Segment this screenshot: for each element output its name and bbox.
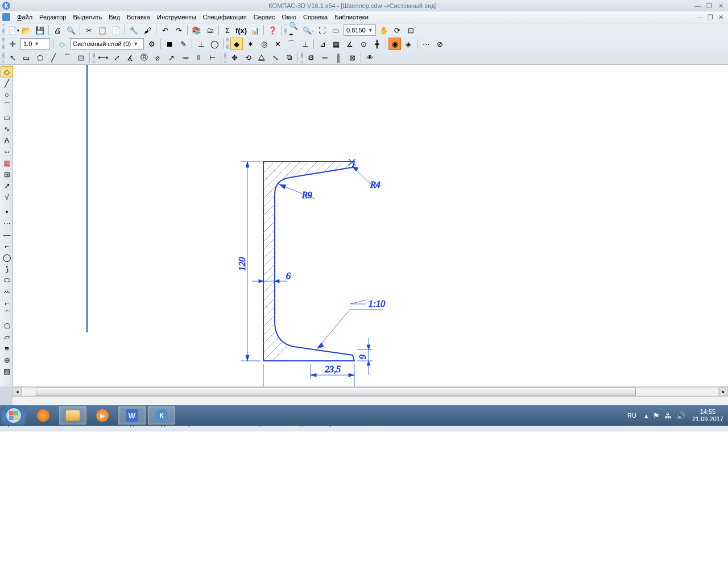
- menu-select[interactable]: Выделить: [69, 13, 105, 22]
- assembly-tool-button[interactable]: ⊕: [1, 354, 13, 365]
- maximize-button[interactable]: ❐: [704, 2, 714, 10]
- dim-tool-button[interactable]: ↔: [1, 146, 13, 157]
- cut-button[interactable]: ✂: [82, 24, 95, 36]
- point-tool-button[interactable]: •: [1, 206, 13, 217]
- table-tool-button[interactable]: ⊞: [1, 168, 13, 180]
- scale-combo[interactable]: 1.0▼: [20, 38, 50, 50]
- move-button[interactable]: ✥: [228, 51, 241, 64]
- scroll-left-button[interactable]: ◂: [13, 387, 22, 396]
- zoom-in-button[interactable]: 🔍+: [288, 24, 301, 36]
- dim-ordinate-button[interactable]: ⊢: [206, 51, 218, 64]
- geometry-tool-button[interactable]: ◇: [1, 66, 13, 77]
- mirror-button[interactable]: ⧋: [255, 51, 268, 64]
- toolbar-grip[interactable]: [284, 24, 287, 36]
- dim-leader-button[interactable]: ↗: [165, 51, 177, 64]
- start-button[interactable]: [1, 406, 26, 425]
- dim-align-button[interactable]: ⤢: [110, 51, 123, 64]
- ellipse-tool-button[interactable]: ⬭: [1, 274, 13, 286]
- dim-diameter-button[interactable]: ⌀: [151, 51, 164, 64]
- menu-service[interactable]: Сервис: [250, 13, 279, 22]
- spline-tool-button[interactable]: ∿: [1, 123, 13, 134]
- menu-edit[interactable]: Редактор: [36, 13, 69, 22]
- menu-help[interactable]: Справка: [300, 13, 331, 22]
- rect-tool-button[interactable]: ▭: [1, 112, 13, 123]
- mdi-restore-button[interactable]: ❐: [706, 13, 715, 21]
- chamfer-tool-button[interactable]: ⌐: [1, 297, 13, 308]
- task-firefox[interactable]: [30, 406, 57, 425]
- drawing-canvas[interactable]: 120 53 23,5 6 9: [13, 65, 728, 386]
- tray-arrow-icon[interactable]: ▴: [644, 412, 648, 420]
- snap-center-button[interactable]: ◎: [258, 38, 270, 50]
- menu-window[interactable]: Окно: [278, 13, 300, 22]
- select-line-button[interactable]: ╱: [47, 51, 60, 64]
- stop-button[interactable]: ⏹: [163, 38, 176, 50]
- variables-button[interactable]: Σ: [221, 24, 234, 36]
- constraint-h-button[interactable]: ═: [318, 51, 331, 64]
- toolbar-grip[interactable]: [93, 52, 95, 63]
- menu-tools[interactable]: Инструменты: [154, 13, 200, 22]
- ortho-button[interactable]: ⊥: [195, 38, 207, 50]
- layer-icon[interactable]: ◇: [56, 38, 68, 50]
- aux-line-tool-button[interactable]: ⋯: [1, 217, 13, 229]
- menu-insert[interactable]: Вставка: [123, 13, 154, 22]
- show-all-button[interactable]: ⊡: [405, 24, 417, 36]
- open-button[interactable]: 📂: [20, 24, 32, 36]
- cursor-mode-button[interactable]: ✛: [6, 38, 19, 50]
- minimize-button[interactable]: —: [693, 2, 703, 10]
- snap-settings-button[interactable]: ⋯: [420, 38, 432, 50]
- snap-angle-button[interactable]: ∡: [344, 38, 356, 50]
- snap-local-button[interactable]: ◈: [402, 38, 415, 50]
- view-button[interactable]: 👁: [363, 51, 376, 64]
- library-button[interactable]: 📚: [190, 24, 202, 36]
- snap-normal-button[interactable]: ⊥: [299, 38, 311, 50]
- snap-point-button[interactable]: ⊙: [357, 38, 370, 50]
- zoom-fit-button[interactable]: ⛶: [316, 24, 328, 36]
- segment-tool-button[interactable]: —: [1, 229, 13, 240]
- contour-tool-button[interactable]: ▱: [1, 331, 13, 343]
- toolbar-grip[interactable]: [2, 38, 5, 50]
- edit-macro-button[interactable]: ✎: [177, 38, 189, 50]
- snap-endpoint-button[interactable]: ◆: [230, 38, 243, 50]
- select-poly-button[interactable]: ⬠: [34, 51, 46, 64]
- tray-clock[interactable]: 14:55 21.09.2017: [692, 408, 723, 423]
- round-button[interactable]: ◯: [208, 38, 221, 50]
- pan-button[interactable]: ✋: [378, 24, 390, 36]
- menu-view[interactable]: Вид: [105, 13, 123, 22]
- snap-midpoint-button[interactable]: ✶: [244, 38, 257, 50]
- task-media-player[interactable]: ▶: [89, 406, 116, 425]
- dim-chain-button[interactable]: ⫘: [179, 51, 191, 64]
- snap-near-button[interactable]: ⊿: [316, 38, 329, 50]
- menu-file[interactable]: Файл: [14, 13, 36, 22]
- select-rect-button[interactable]: ▭: [20, 51, 32, 64]
- select-arc-button[interactable]: ⌒: [61, 51, 73, 64]
- close-button[interactable]: ✕: [715, 2, 726, 10]
- snap-global-button[interactable]: ◉: [388, 38, 401, 50]
- toolbar-grip[interactable]: [226, 38, 229, 50]
- new-button[interactable]: 📄▾: [6, 24, 19, 36]
- snap-off-button[interactable]: ⊘: [433, 38, 446, 50]
- circle2-tool-button[interactable]: ◯: [1, 252, 13, 263]
- mdi-close-button[interactable]: ✕: [716, 13, 725, 21]
- snap-axis-button[interactable]: ╋: [371, 38, 383, 50]
- task-word[interactable]: W: [118, 406, 146, 425]
- refresh-button[interactable]: ⟳: [391, 24, 404, 36]
- leader-tool-button[interactable]: ↗: [1, 180, 13, 191]
- preview-button[interactable]: 🔍: [65, 24, 77, 36]
- select-all-button[interactable]: ⊡: [75, 51, 87, 64]
- zoom-window-button[interactable]: ▭: [329, 24, 342, 36]
- tray-flag-icon[interactable]: ⚑: [653, 412, 660, 420]
- dim-angular-button[interactable]: ∡: [124, 51, 136, 64]
- undo-button[interactable]: ↶: [159, 24, 171, 36]
- toolbar-grip[interactable]: [2, 52, 5, 63]
- scroll-right-button[interactable]: ▸: [719, 387, 728, 396]
- menu-lib[interactable]: Библиотеки: [331, 13, 372, 22]
- constraint-v-button[interactable]: ║: [332, 51, 345, 64]
- toolbar-grip[interactable]: [301, 52, 303, 63]
- constraint-fix-button[interactable]: ⊠: [346, 51, 358, 64]
- dim-radial-button[interactable]: Ⓡ: [138, 51, 150, 64]
- task-kompas[interactable]: К: [148, 406, 175, 425]
- fillet-tool-button[interactable]: ⌒: [1, 308, 13, 320]
- manager-button[interactable]: 🗂: [204, 24, 216, 36]
- toolbar-grip[interactable]: [2, 24, 5, 36]
- scale-button[interactable]: ⤡: [269, 51, 282, 64]
